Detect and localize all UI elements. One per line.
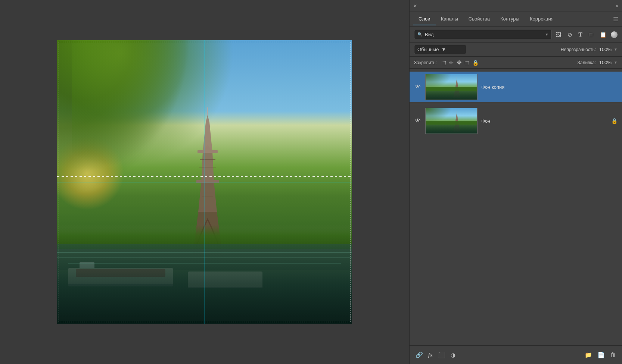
tabs-row: Слои Каналы Свойства Контуры Коррекция ☰ (410, 12, 622, 27)
layers-list: 👁 Фон копия 👁 (410, 69, 622, 345)
lock-move-icon[interactable]: ✥ (457, 59, 461, 66)
tab-channels[interactable]: Каналы (436, 13, 463, 25)
toolbar-blendmode-row: Обычные ▼ Непрозрачность: 100% ▼ (410, 43, 622, 57)
fill-control: Заливка: 100% ▼ (578, 60, 618, 65)
fill-label: Заливка: (578, 60, 596, 65)
right-panel: ✕ « Слои Каналы Свойства Контуры Коррекц… (409, 0, 622, 364)
filter-shape-icon[interactable]: ⬚ (587, 30, 595, 39)
svg-marker-5 (203, 115, 212, 152)
panel-expand-button[interactable]: « (616, 3, 618, 9)
search-dropdown-arrow[interactable]: ▼ (545, 32, 548, 37)
link-layers-icon[interactable]: 🔗 (416, 351, 423, 358)
layer-type-filters: 🖼 ⊘ T ⬚ 📋 (555, 30, 608, 39)
layer-name-fon: Фон (481, 118, 607, 124)
tab-paths[interactable]: Контуры (495, 13, 525, 25)
blend-mode-arrow: ▼ (441, 47, 463, 52)
selection-line-h (57, 176, 352, 177)
thumb-water-1 (426, 91, 477, 100)
lock-label: Закрепить: (414, 60, 437, 65)
filter-pixel-icon[interactable]: 🖼 (555, 30, 563, 39)
thumb-water-2 (426, 125, 477, 134)
new-layer-icon[interactable]: 📄 (597, 351, 605, 358)
thumb-trees-2 (426, 121, 477, 125)
layer-mode-indicator[interactable] (611, 31, 618, 38)
panel-close-button[interactable]: ✕ (413, 3, 417, 9)
layer-effects-icon[interactable]: fx (428, 352, 433, 358)
canvas-area (0, 0, 409, 364)
layer-lock-icon: 🔒 (611, 118, 618, 124)
layer-separator (410, 104, 622, 104)
layer-name-fon-kopiya: Фон копия (481, 84, 618, 90)
delete-layer-icon[interactable]: 🗑 (610, 352, 616, 358)
layer-item-fon[interactable]: 👁 Фон 🔒 (410, 106, 622, 136)
thumb-trees-1 (426, 87, 477, 91)
layer-thumbnail-fon-kopiya (425, 74, 478, 100)
layer-thumb-scene-1 (426, 74, 477, 100)
layer-visibility-fon[interactable]: 👁 (414, 117, 422, 124)
layer-filter-search[interactable]: 🔍 Вид ▼ (414, 30, 552, 39)
adjustment-layer-icon[interactable]: ◑ (451, 352, 455, 358)
panel-top-bar: ✕ « (410, 0, 622, 12)
bottom-icons-left: 🔗 fx ⬛ ◑ (416, 351, 455, 358)
filter-smart-icon[interactable]: 📋 (598, 30, 608, 39)
opacity-control: Непрозрачность: 100% ▼ (561, 47, 618, 52)
bottom-icons-right: 📁 📄 🗑 (585, 351, 616, 358)
filter-type-icon[interactable]: T (577, 30, 584, 39)
new-group-icon[interactable]: 📁 (585, 351, 592, 358)
lock-paint-icon[interactable]: ✏ (449, 60, 454, 66)
tabs-menu-icon[interactable]: ☰ (613, 16, 618, 23)
fill-value[interactable]: 100% (598, 60, 612, 65)
lock-artboard-icon[interactable]: ⬚ (464, 60, 469, 66)
canvas-wrapper (57, 40, 352, 324)
toolbar-search-row: 🔍 Вид ▼ 🖼 ⊘ T ⬚ 📋 (410, 27, 622, 43)
opacity-label: Непрозрачность: (561, 47, 596, 52)
tab-correction[interactable]: Коррекция (525, 13, 559, 25)
lock-checkerboard-icon[interactable]: ⬚ (441, 60, 446, 66)
bottom-toolbar: 🔗 fx ⬛ ◑ 📁 📄 🗑 (410, 345, 622, 364)
blend-mode-dropdown[interactable]: Обычные ▼ (414, 45, 466, 54)
opacity-value[interactable]: 100% (598, 47, 612, 52)
svg-marker-12 (456, 79, 458, 85)
guide-line-horizontal (57, 182, 352, 182)
lock-icons-group: ⬚ ✏ ✥ ⬚ 🔒 (441, 59, 479, 66)
layer-thumbnail-fon (425, 108, 478, 134)
search-text: Вид (425, 32, 542, 37)
canvas-image (57, 40, 352, 324)
layer-mask-icon[interactable]: ⬛ (438, 351, 445, 358)
layer-visibility-fon-kopiya[interactable]: 👁 (414, 84, 422, 90)
svg-marker-16 (456, 113, 458, 119)
lock-all-icon[interactable]: 🔒 (472, 60, 479, 66)
layer-item-fon-kopiya[interactable]: 👁 Фон копия (410, 72, 622, 102)
filter-adjustment-icon[interactable]: ⊘ (566, 30, 573, 39)
search-icon: 🔍 (417, 32, 423, 37)
tab-properties[interactable]: Свойства (463, 13, 495, 25)
toolbar-lock-row: Закрепить: ⬚ ✏ ✥ ⬚ 🔒 Заливка: 100% ▼ (410, 57, 622, 69)
blend-mode-label: Обычные (417, 47, 439, 52)
layer-thumb-scene-2 (426, 108, 477, 134)
tab-layers[interactable]: Слои (413, 13, 436, 25)
opacity-arrow[interactable]: ▼ (614, 47, 618, 51)
fill-arrow[interactable]: ▼ (614, 60, 618, 65)
